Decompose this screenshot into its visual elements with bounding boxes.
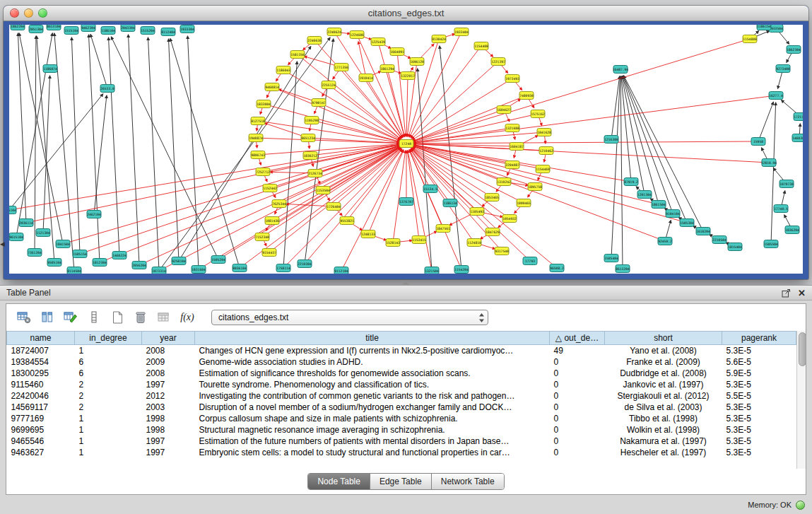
network-node[interactable]: 1847561 [436, 225, 450, 233]
close-panel-icon[interactable]: ✕ [798, 288, 806, 298]
network-node[interactable]: 1195299 [305, 117, 319, 124]
network-edge[interactable] [378, 42, 404, 136]
network-edge[interactable] [413, 144, 769, 163]
table-cell[interactable]: 0 [550, 379, 605, 390]
network-node[interactable]: 1696120 [410, 58, 424, 66]
close-window-button[interactable] [10, 8, 19, 18]
network-edge[interactable] [410, 150, 430, 189]
table-row[interactable]: 1938455462009Genome-wide association stu… [7, 356, 796, 368]
network-edge[interactable] [408, 39, 439, 136]
table-cell[interactable]: 2012 [142, 390, 195, 402]
row-options-button[interactable] [85, 308, 103, 327]
network-node[interactable]: 1186154 [757, 25, 771, 30]
table-cell[interactable]: 6 [75, 356, 142, 368]
column-header-pagerank[interactable]: pagerank [722, 332, 796, 345]
network-node[interactable]: 1041628 [537, 129, 551, 136]
column-header-in_degree[interactable]: in_degree [75, 332, 142, 345]
network-edge[interactable] [187, 36, 199, 269]
network-node[interactable]: 1910414 [359, 74, 373, 82]
network-node[interactable]: 8613204 [616, 265, 630, 273]
network-node[interactable]: 1073314 [152, 267, 166, 274]
network-edge[interactable] [409, 150, 461, 269]
table-row[interactable]: 946362711997Embryonic stem cells: a mode… [7, 447, 796, 458]
table-cell[interactable]: 9699695 [7, 424, 75, 436]
network-edge[interactable] [109, 37, 119, 255]
table-cell[interactable]: Nakamura et al. (1997) [605, 436, 722, 447]
network-edge[interactable] [111, 37, 218, 259]
network-node[interactable]: 2210304 [298, 260, 312, 268]
network-node[interactable]: 15958 [751, 138, 765, 146]
network-node[interactable]: 1505204 [211, 256, 225, 264]
table-cell[interactable]: 1997 [142, 447, 195, 458]
delete-table-button[interactable] [131, 308, 150, 327]
network-node[interactable]: 1154808 [743, 35, 757, 43]
minimize-window-button[interactable] [24, 8, 33, 18]
network-edge[interactable] [90, 35, 107, 88]
window-titlebar[interactable]: citations_edges.txt [4, 6, 808, 21]
network-edge[interactable] [168, 39, 179, 261]
network-node[interactable]: 2255124 [322, 81, 336, 89]
network-node[interactable]: 1321608 [505, 124, 519, 132]
network-edge[interactable] [621, 76, 631, 182]
table-cell[interactable]: 2003 [142, 402, 195, 413]
network-node[interactable]: 2462104 [87, 211, 101, 218]
network-node[interactable]: 12810.94 [761, 159, 777, 167]
table-cell[interactable]: 0 [550, 368, 605, 379]
network-node[interactable]: 1460224 [112, 252, 126, 259]
network-node[interactable]: 1771356 [334, 64, 348, 71]
network-node[interactable]: 1321504 [425, 267, 439, 274]
import-table-button[interactable] [155, 308, 173, 327]
network-node[interactable]: 9615104 [9, 233, 23, 241]
table-cell[interactable]: 2 [75, 402, 142, 413]
table-cell[interactable]: Tourette syndrome. Phenomenology and cla… [195, 379, 550, 390]
table-cell[interactable]: Corpus callosum shape and size in male p… [195, 413, 550, 424]
table-cell[interactable]: 1997 [142, 436, 195, 447]
network-node[interactable]: 7480930 [519, 92, 534, 100]
table-cell[interactable]: 1998 [142, 413, 195, 424]
network-node[interactable]: 87919.2 [624, 178, 638, 186]
network-node[interactable]: 1121304 [36, 229, 50, 237]
table-cell[interactable]: 5.6E-5 [722, 356, 796, 368]
table-cell[interactable]: 19384554 [7, 356, 75, 368]
tab-node-table[interactable]: Node Table [308, 474, 370, 489]
network-node[interactable]: 1186134 [443, 199, 457, 207]
network-edge[interactable] [170, 39, 240, 268]
network-node[interactable]: 1862304 [787, 46, 801, 54]
network-node[interactable]: 2043304 [121, 25, 135, 32]
table-panel-header[interactable]: Table Panel ✕ [0, 286, 812, 300]
table-cell[interactable]: 9465546 [7, 436, 75, 447]
network-node[interactable]: 1152442 [263, 185, 277, 192]
network-node[interactable]: 1216300 [604, 136, 618, 144]
table-cell[interactable]: 2 [75, 390, 142, 402]
network-node[interactable]: 7252712 [256, 168, 270, 176]
table-cell[interactable]: Changes of HCN gene expression and I(f) … [195, 345, 550, 356]
network-node[interactable]: 1861294 [380, 65, 394, 73]
network-node[interactable]: 1836204 [785, 226, 799, 234]
network-node[interactable]: 2126734 [308, 170, 322, 177]
network-node[interactable]: 9258104 [172, 257, 186, 265]
table-cell[interactable]: 2 [75, 379, 142, 390]
network-edge[interactable] [88, 35, 100, 262]
tab-network-table[interactable]: Network Table [432, 474, 504, 489]
network-node[interactable]: 1618204 [696, 228, 710, 235]
network-node[interactable]: 9112104 [334, 267, 348, 274]
network-node[interactable]: 1186074 [43, 65, 57, 73]
table-cell[interactable]: 0 [550, 356, 605, 368]
network-node[interactable]: 1054932 [502, 215, 517, 223]
network-node[interactable]: 17793 [523, 257, 537, 265]
network-node[interactable]: 1581356 [290, 51, 305, 59]
network-edge[interactable] [413, 146, 687, 223]
network-edge[interactable] [26, 145, 399, 223]
network-node[interactable]: 1376707 [399, 198, 413, 206]
network-edge[interactable] [94, 95, 107, 214]
network-edge[interactable] [341, 150, 403, 271]
network-node[interactable]: 1460304 [792, 134, 803, 142]
network-edge[interactable] [159, 147, 400, 271]
table-cell[interactable]: 1 [75, 447, 142, 458]
table-cell[interactable]: Disruption of a novel member of a sodium… [195, 402, 550, 413]
network-node[interactable]: 1221397 [491, 58, 505, 66]
table-cell[interactable]: Genome-wide association studies in ADHD. [195, 356, 550, 368]
network-node[interactable]: 1186104 [101, 27, 115, 35]
network-edge[interactable] [71, 37, 80, 254]
network-node[interactable]: 2056204 [132, 262, 146, 269]
